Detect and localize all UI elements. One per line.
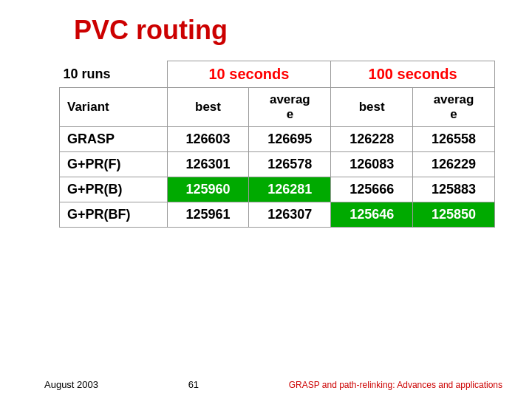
data-cell: 126083 — [331, 152, 413, 177]
col-100s-header: 100 seconds — [331, 61, 495, 88]
data-cell: 125883 — [413, 177, 495, 202]
header-row-1: 10 runs 10 seconds 100 seconds — [60, 61, 495, 88]
data-cell: 126281 — [249, 177, 331, 202]
footer-title: GRASP and path-relinking: Advances and a… — [289, 380, 502, 390]
table-row: G+PR(F)126301126578126083126229 — [60, 152, 495, 177]
data-cell: 126603 — [167, 127, 249, 152]
data-cell: 126229 — [413, 152, 495, 177]
col-10s-header: 10 seconds — [167, 61, 331, 88]
page: PVC routing 10 runs 10 seconds 100 secon… — [0, 0, 532, 399]
subheader-best-2: best — [331, 88, 413, 127]
data-cell: 126301 — [167, 152, 249, 177]
footer: August 2003 61 GRASP and path-relinking:… — [44, 379, 502, 390]
variant-cell: GRASP — [60, 127, 168, 152]
data-cell: 126228 — [331, 127, 413, 152]
footer-page: 61 — [188, 379, 199, 390]
subheader-row: Variant best average best average — [60, 88, 495, 127]
subheader-best-1: best — [167, 88, 249, 127]
table-row: GRASP126603126695126228126558 — [60, 127, 495, 152]
data-table: 10 runs 10 seconds 100 seconds Variant b… — [59, 61, 495, 228]
subheader-avg-1: average — [249, 88, 331, 127]
data-cell: 126307 — [249, 202, 331, 228]
table-row: G+PR(B)125960126281125666125883 — [60, 177, 495, 202]
data-cell: 126558 — [413, 127, 495, 152]
page-title: PVC routing — [74, 15, 502, 46]
footer-date: August 2003 — [44, 379, 98, 390]
data-cell: 125646 — [331, 202, 413, 228]
data-cell: 125850 — [413, 202, 495, 228]
table-container: 10 runs 10 seconds 100 seconds Variant b… — [59, 61, 502, 228]
runs-label: 10 runs — [60, 61, 168, 88]
data-cell: 126695 — [249, 127, 331, 152]
variant-cell: G+PR(B) — [60, 177, 168, 202]
variant-header: Variant — [60, 88, 168, 127]
variant-cell: G+PR(BF) — [60, 202, 168, 228]
data-cell: 125961 — [167, 202, 249, 228]
table-row: G+PR(BF)125961126307125646125850 — [60, 202, 495, 228]
subheader-avg-2: average — [413, 88, 495, 127]
data-cell: 125960 — [167, 177, 249, 202]
data-cell: 125666 — [331, 177, 413, 202]
data-cell: 126578 — [249, 152, 331, 177]
variant-cell: G+PR(F) — [60, 152, 168, 177]
